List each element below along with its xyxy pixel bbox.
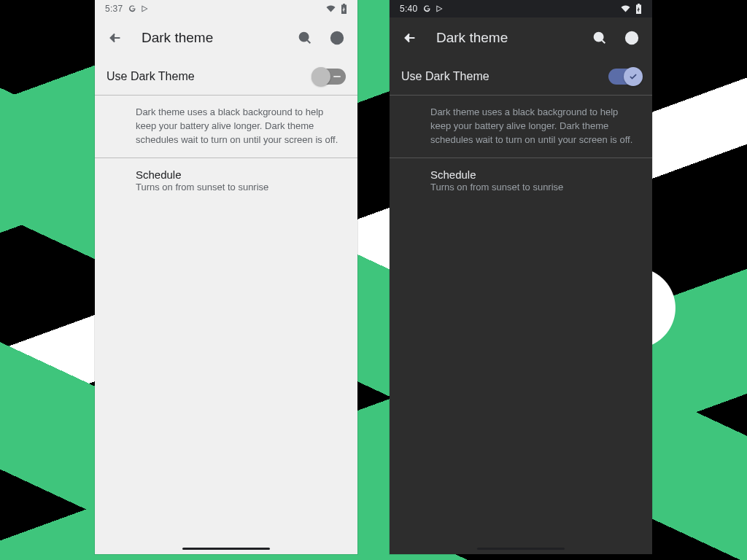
dark-theme-switch[interactable] [608,69,640,85]
help-button[interactable] [322,23,352,52]
status-bar: 5:37 [95,0,357,18]
google-icon [128,4,136,13]
schedule-label: Schedule [136,168,343,181]
nav-handle[interactable] [182,548,270,550]
wifi-icon [325,4,336,13]
app-bar: Dark theme [390,18,652,58]
svg-point-0 [300,33,309,42]
schedule-row[interactable]: Schedule Turns on from sunset to sunrise [95,158,357,205]
play-icon [141,4,149,13]
phone-light: 5:37 Dark theme [95,0,357,554]
google-icon [422,4,431,13]
description-row: Dark theme uses a black background to he… [95,96,357,158]
toggle-row[interactable]: Use Dark Theme [95,58,357,96]
description-text: Dark theme uses a black background to he… [136,106,343,147]
toggle-row[interactable]: Use Dark Theme [390,58,652,96]
description-row: Dark theme uses a black background to he… [390,96,652,158]
description-text: Dark theme uses a black background to he… [430,106,638,147]
search-button[interactable] [290,23,320,52]
page-title: Dark theme [142,30,287,46]
battery-icon [635,4,642,14]
status-bar: 5:40 [390,0,652,18]
battery-icon [341,4,347,14]
dark-theme-switch[interactable] [314,69,346,85]
schedule-value: Turns on from sunset to sunrise [430,181,638,195]
toggle-label: Use Dark Theme [401,70,600,83]
schedule-label: Schedule [430,168,638,181]
status-time: 5:37 [105,4,123,14]
svg-point-5 [631,41,632,42]
svg-point-2 [336,41,338,42]
nav-handle[interactable] [477,548,565,550]
schedule-row[interactable]: Schedule Turns on from sunset to sunrise [390,158,652,205]
app-bar: Dark theme [95,18,357,58]
toggle-label: Use Dark Theme [107,70,305,83]
schedule-value: Turns on from sunset to sunrise [136,181,343,195]
play-icon [436,4,444,13]
phone-dark: 5:40 Dark theme [390,0,652,554]
stage: 5:37 Dark theme [0,0,747,560]
search-button[interactable] [585,23,614,52]
page-title: Dark theme [436,30,582,46]
help-button[interactable] [617,23,646,52]
back-button[interactable] [395,23,425,52]
wifi-icon [620,4,631,13]
back-button[interactable] [101,23,130,52]
svg-point-3 [595,33,603,42]
status-time: 5:40 [400,4,418,14]
